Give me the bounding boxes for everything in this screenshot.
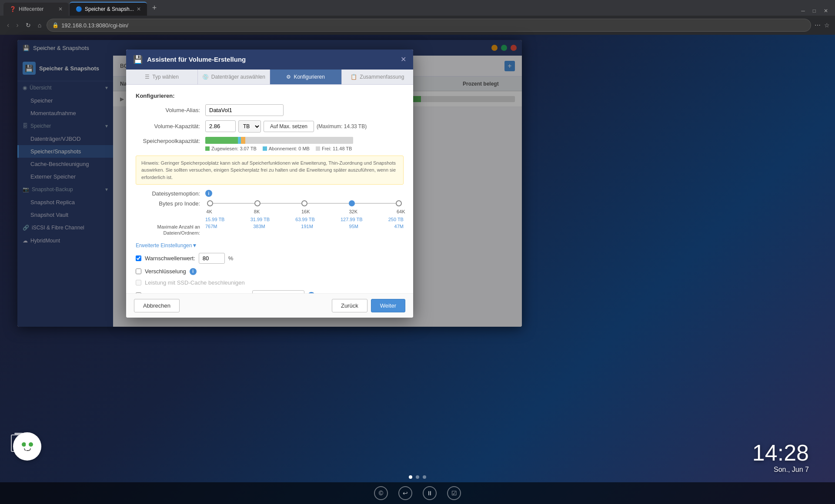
- step2-label: Datenträger auswählen: [211, 74, 265, 80]
- freigabe-input[interactable]: [252, 290, 304, 293]
- trash-icon[interactable]: [11, 434, 27, 452]
- nav-forward[interactable]: ›: [14, 20, 20, 31]
- taskbar-icon-3[interactable]: ⏸: [423, 486, 437, 500]
- inode-radio-8k[interactable]: [254, 200, 261, 206]
- back-button[interactable]: Zurück: [332, 299, 367, 312]
- address-bar[interactable]: 🔒 192.168.0.13:8080/cgi-bin/: [47, 19, 811, 32]
- form-row-warn: Warnschwellenwert: %: [136, 253, 404, 264]
- warn-checkbox[interactable]: [136, 255, 141, 261]
- files-4k: 767M: [205, 224, 217, 229]
- advanced-toggle[interactable]: Erweiterte Einstellungen▼: [136, 242, 404, 249]
- browser-tab-active[interactable]: 🔵 Speicher & Snapsh... ✕: [70, 2, 147, 16]
- advanced-label: Erweiterte Einstellungen▼: [136, 242, 197, 249]
- window-minimize[interactable]: ─: [798, 6, 808, 16]
- dot-1[interactable]: [409, 475, 412, 479]
- step1-icon: ☰: [145, 74, 150, 80]
- pool-bar-subscribed: [238, 137, 241, 144]
- capacity-label: Volume-Kapazität:: [136, 123, 205, 129]
- browser-tab-bar: ❓ Hilfecenter ✕ 🔵 Speicher & Snapsh... ✕…: [0, 0, 835, 16]
- browser-tab-inactive[interactable]: ❓ Hilfecenter ✕: [3, 3, 69, 16]
- wizard-step-datentraeger[interactable]: 💿 Datenträger auswählen: [198, 70, 270, 84]
- tab2-close[interactable]: ✕: [137, 6, 141, 12]
- set-max-button[interactable]: Auf Max. setzen: [264, 121, 314, 132]
- nav-reload[interactable]: ↻: [24, 20, 33, 30]
- ssd-label: Leistung mit SSD-Cache beschleunigen: [145, 279, 245, 286]
- cancel-button[interactable]: Abbrechen: [134, 299, 180, 312]
- security-icon: 🔒: [52, 22, 59, 28]
- ssd-checkbox[interactable]: [136, 280, 141, 285]
- form-row-pool: Speicherpoolkapazität: Zugewiesen: 3.07 …: [136, 137, 404, 151]
- bookmark-icon[interactable]: ☆: [824, 22, 830, 29]
- max-vol-16k: 63.99 TB: [295, 217, 314, 222]
- inode-track: [205, 200, 404, 206]
- filesystem-info-icon[interactable]: i: [205, 190, 212, 197]
- form-row-ssd: Leistung mit SSD-Cache beschleunigen: [136, 279, 404, 286]
- dot-2[interactable]: [416, 475, 419, 479]
- capacity-input[interactable]: [205, 120, 236, 132]
- form-row-alias: Volume-Alias:: [136, 104, 404, 116]
- pool-label: Speicherpoolkapazität:: [136, 137, 205, 144]
- form-row-freigabe: Freigabeordner auf dem Volume erstellen …: [136, 290, 404, 293]
- files-32k: 95M: [349, 224, 358, 229]
- footer-right: Zurück Weiter: [332, 299, 405, 312]
- browser-chrome: ❓ Hilfecenter ✕ 🔵 Speicher & Snapsh... ✕…: [0, 0, 835, 35]
- pool-bar-area: Zugewiesen: 3.07 TB Abonnement: 0 MB Fre…: [205, 137, 353, 151]
- max-files-label: Maximale Anzahl an Dateien/Ordnern:: [136, 224, 205, 236]
- modal-header-icon: 💾: [133, 55, 143, 64]
- taskbar-icon-1[interactable]: ©: [374, 486, 388, 500]
- modal-header: 💾 Assistent für Volume-Erstellung ✕: [126, 50, 413, 70]
- encrypt-info-icon[interactable]: i: [190, 268, 197, 275]
- max-vol-8k: 31.99 TB: [250, 217, 270, 222]
- inode-4k: 4K: [206, 209, 212, 214]
- wizard-step-zusammenfassung[interactable]: 📋 Zusammenfassung: [342, 70, 413, 84]
- nav-back[interactable]: ‹: [5, 20, 11, 31]
- modal-close-button[interactable]: ✕: [401, 55, 406, 63]
- warn-input[interactable]: [199, 253, 225, 264]
- freigabe-info-icon[interactable]: i: [308, 292, 315, 293]
- inode-radio-4k[interactable]: [207, 200, 213, 206]
- warn-label: Warnschwellenwert:: [145, 255, 195, 262]
- wizard-steps: ☰ Typ wählen 💿 Datenträger auswählen ⚙ K…: [126, 70, 413, 85]
- alias-input[interactable]: [205, 104, 284, 116]
- next-button[interactable]: Weiter: [371, 299, 405, 312]
- address-text: 192.168.0.13:8080/cgi-bin/: [61, 22, 128, 29]
- inode-64k: 64K: [397, 209, 403, 214]
- pool-bar-free: [245, 137, 353, 144]
- taskbar-icon-2[interactable]: ↩: [398, 486, 412, 500]
- taskbar-icon-4[interactable]: ☑: [447, 486, 461, 500]
- capacity-unit[interactable]: TB GB: [238, 120, 261, 133]
- pool-bar: [205, 137, 353, 144]
- window-restore[interactable]: □: [809, 6, 819, 16]
- wizard-step-konfigurieren[interactable]: ⚙ Konfigurieren: [270, 70, 342, 84]
- step3-icon: ⚙: [286, 74, 291, 80]
- modal: 💾 Assistent für Volume-Erstellung ✕ ☰ Ty…: [126, 50, 413, 318]
- new-tab-button[interactable]: +: [148, 3, 161, 13]
- form-row-capacity: Volume-Kapazität: TB GB Auf Max. setzen …: [136, 120, 404, 133]
- files-64k: 47M: [394, 224, 404, 229]
- filesystem-label: Dateisystemoption:: [136, 190, 205, 197]
- dot-3[interactable]: [423, 475, 426, 479]
- wizard-step-typ[interactable]: ☰ Typ wählen: [126, 70, 198, 84]
- bytes-inode-row: Bytes pro Inode:: [136, 200, 404, 214]
- inode-radio-32k[interactable]: [349, 200, 355, 206]
- pool-legend: Zugewiesen: 3.07 TB Abonnement: 0 MB Fre…: [205, 146, 353, 151]
- modal-footer: Abbrechen Zurück Weiter: [126, 293, 413, 318]
- inode-radio-16k[interactable]: [301, 200, 307, 206]
- max-vol-4k: 15.99 TB: [205, 217, 224, 222]
- robot-eye-right: [29, 442, 33, 447]
- encrypt-checkbox[interactable]: [136, 269, 141, 274]
- dots-indicator: [409, 475, 426, 479]
- step3-label: Konfigurieren: [294, 74, 324, 80]
- notice-text: Hinweis: Geringer Speicherpoolplatz kann…: [141, 160, 396, 180]
- inode-radio-64k[interactable]: [396, 200, 402, 206]
- freigabe-checkbox[interactable]: [136, 292, 141, 293]
- inode-32k: 32K: [349, 209, 355, 214]
- nav-home[interactable]: ⌂: [36, 20, 43, 30]
- alias-label: Volume-Alias:: [136, 107, 205, 113]
- desktop-clock: 14:28 Son., Jun 7: [752, 440, 809, 474]
- tab1-label: Hilfecenter: [19, 6, 43, 12]
- extensions-icon[interactable]: ⋯: [815, 22, 821, 29]
- window-close[interactable]: ✕: [820, 6, 832, 16]
- tab1-close[interactable]: ✕: [58, 6, 63, 12]
- inode-labels: 4K 8K 16K 32K 64K: [205, 209, 404, 214]
